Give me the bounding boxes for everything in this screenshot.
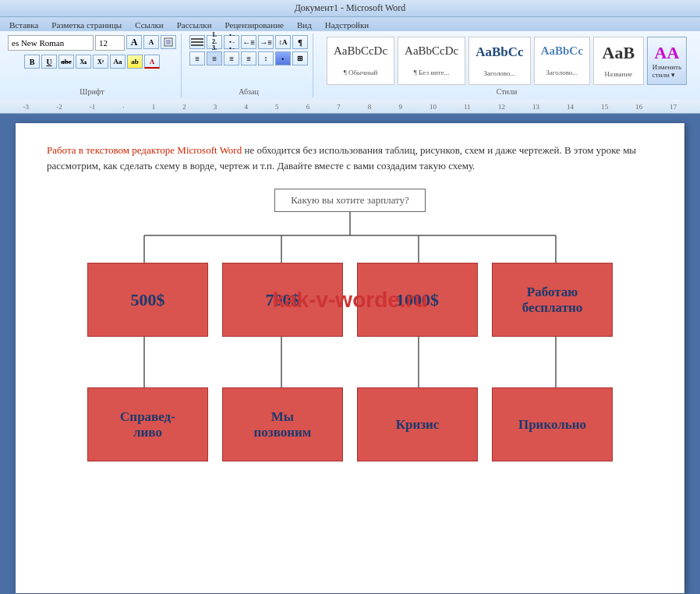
- box-krizis-text: Кризис: [396, 417, 440, 433]
- bottom-connectors-svg: [77, 337, 623, 387]
- svg-rect-1: [166, 40, 171, 44]
- box-free-text: Работаю бесплатно: [522, 285, 583, 316]
- line-spacing-button[interactable]: ↕: [258, 51, 274, 65]
- style-no-spacing[interactable]: AaBbCcDc ¶ Без инте...: [398, 37, 465, 85]
- multilevel-list-button[interactable]: ▪ -▪ -▪ -: [224, 35, 239, 49]
- document-page: Работа в текстовом редакторе Microsoft W…: [16, 123, 684, 593]
- tab-razmetka[interactable]: Разметка страницы: [45, 19, 128, 31]
- ribbon-tabs: Вставка Разметка страницы Ссылки Рассылк…: [0, 17, 700, 31]
- paragraph-group: 1.2.3. ▪ -▪ -▪ - ←≡ →≡ ↕A ¶ ≡ ≡ ≡ ≡ ↕ ▪ …: [185, 34, 313, 97]
- shrink-font-button[interactable]: A: [143, 35, 159, 49]
- title-text: Документ1 - Microsoft Word: [295, 2, 406, 14]
- subscript-button[interactable]: X₂: [76, 55, 91, 69]
- box-500-text: 500$: [131, 290, 165, 310]
- tab-vid[interactable]: Вид: [291, 19, 318, 31]
- align-center-button[interactable]: ≡: [207, 51, 222, 65]
- box-pozvonim-text: Мы позвоним: [254, 409, 312, 440]
- style-title[interactable]: AaB Название: [593, 37, 644, 85]
- document-area: Работа в текстовом редакторе Microsoft W…: [0, 114, 700, 594]
- style-heading2[interactable]: AaBbCc Заголово...: [534, 37, 590, 85]
- font-selector[interactable]: es New Roman: [8, 35, 94, 51]
- grow-font-button[interactable]: A: [126, 35, 142, 49]
- diagram-row2: Справед- ливо Мы позвоним Кризис Приколь…: [87, 387, 613, 461]
- change-case-button[interactable]: Aa: [110, 55, 126, 69]
- font-group-label: Шрифт: [80, 86, 104, 96]
- highlight-color-button[interactable]: ab: [127, 55, 143, 69]
- box-1000-text: 1000$: [396, 290, 439, 310]
- borders-button[interactable]: ⊞: [292, 51, 308, 65]
- document-paragraph: Работа в текстовом редакторе Microsoft W…: [47, 143, 653, 173]
- box-prikolno-text: Прикольно: [518, 417, 586, 433]
- box-krizis: Кризис: [357, 387, 478, 461]
- box-spravedlivo-text: Справед- ливо: [120, 409, 175, 440]
- top-connectors-svg: [77, 212, 623, 263]
- ribbon-content: es New Roman 12 A A B U abc X₂ X² Aa ab: [0, 31, 700, 100]
- tab-vstavka[interactable]: Вставка: [3, 19, 44, 31]
- style-heading1[interactable]: AaBbCc Заголово...: [468, 37, 530, 85]
- box-1000: 1000$: [357, 263, 478, 337]
- paragraph-highlight: Работа в текстовом редакторе Microsoft W…: [47, 144, 242, 156]
- strikethrough-button[interactable]: abc: [58, 55, 74, 69]
- font-color-button[interactable]: A: [144, 55, 160, 69]
- sort-button[interactable]: ↕A: [275, 35, 291, 49]
- box-pozvonim: Мы позвоним: [222, 387, 343, 461]
- tab-recenzirovanie[interactable]: Рецензирование: [219, 19, 290, 31]
- diagram: Какую вы хотите зарплату? 500$: [47, 189, 653, 461]
- font-group: es New Roman 12 A A B U abc X₂ X² Aa ab: [3, 34, 182, 97]
- style-normal[interactable]: AaBbCcDc ¶ Обычный: [327, 37, 394, 85]
- font-size-selector[interactable]: 12: [95, 35, 125, 51]
- tab-ssylki[interactable]: Ссылки: [129, 19, 169, 31]
- paragraph-group-label: Абзац: [239, 86, 259, 96]
- box-free: Работаю бесплатно: [492, 263, 613, 337]
- change-style-button[interactable]: AA Изменитьстили ▾: [647, 37, 687, 85]
- tab-rassylki[interactable]: Рассылки: [171, 19, 218, 31]
- ruler-marks: -3-2-1· 1234 5678 9101112 1314151617: [3, 103, 697, 111]
- box-700: 700$: [222, 263, 343, 337]
- bold-button[interactable]: B: [24, 55, 40, 69]
- increase-indent-button[interactable]: →≡: [258, 35, 274, 49]
- superscript-button[interactable]: X²: [93, 55, 108, 69]
- box-700-text: 700$: [266, 290, 300, 310]
- justify-button[interactable]: ≡: [241, 51, 256, 65]
- align-right-button[interactable]: ≡: [224, 51, 239, 65]
- bullets-button[interactable]: [189, 35, 205, 49]
- decrease-indent-button[interactable]: ←≡: [241, 35, 256, 49]
- numbering-button[interactable]: 1.2.3.: [207, 35, 222, 49]
- tab-nastroyki[interactable]: Надстройки: [319, 19, 375, 31]
- show-formatting-button[interactable]: ¶: [292, 35, 308, 49]
- title-bar: Документ1 - Microsoft Word: [0, 0, 700, 17]
- diagram-row1: 500$ 700$ 1000$ Работаю бесплатно kak-v-…: [87, 263, 613, 337]
- box-prikolno: Прикольно: [492, 387, 613, 461]
- diagram-top-box: Какую вы хотите зарплату?: [274, 189, 426, 212]
- ruler: -3-2-1· 1234 5678 9101112 1314151617: [0, 100, 700, 114]
- box-500: 500$: [87, 263, 208, 337]
- underline-button[interactable]: U: [41, 55, 57, 69]
- font-dialog-button[interactable]: [161, 35, 176, 49]
- box-spravedlivo: Справед- ливо: [87, 387, 208, 461]
- styles-group-label: Стили: [497, 86, 518, 96]
- top-box-text: Какую вы хотите зарплату?: [291, 194, 409, 206]
- styles-group: AaBbCcDc ¶ Обычный AaBbCcDc ¶ Без инте..…: [316, 34, 697, 97]
- shading-button[interactable]: ▪: [275, 51, 291, 65]
- align-left-button[interactable]: ≡: [189, 51, 205, 65]
